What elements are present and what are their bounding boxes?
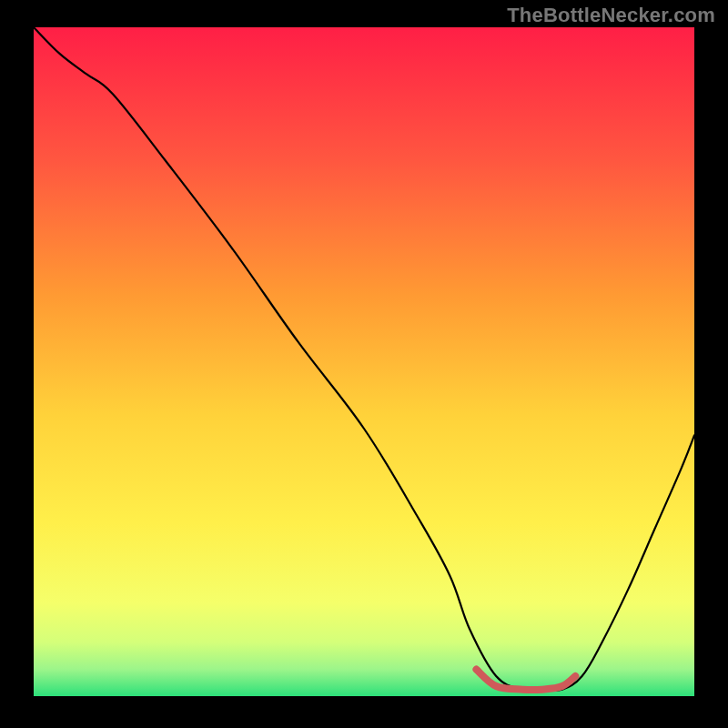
chart-svg [0,0,728,728]
chart-frame: TheBottleNecker.com [0,0,728,728]
plot-background [34,27,694,696]
